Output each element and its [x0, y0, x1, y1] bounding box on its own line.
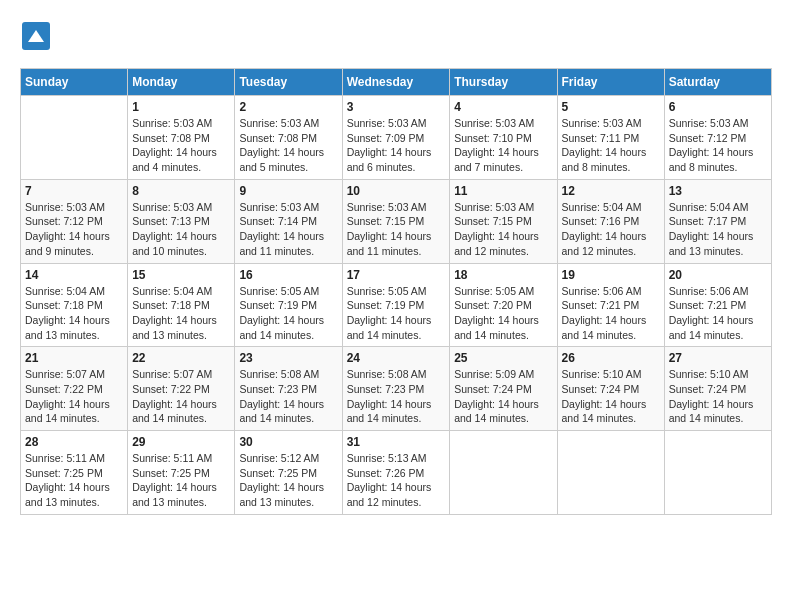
day-info: Sunrise: 5:03 AM Sunset: 7:12 PM Dayligh…	[669, 116, 767, 175]
day-number: 2	[239, 100, 337, 114]
calendar-cell	[21, 96, 128, 180]
calendar-cell: 5Sunrise: 5:03 AM Sunset: 7:11 PM Daylig…	[557, 96, 664, 180]
day-of-week-header: Sunday	[21, 69, 128, 96]
day-number: 9	[239, 184, 337, 198]
day-number: 17	[347, 268, 446, 282]
day-number: 11	[454, 184, 552, 198]
day-number: 26	[562, 351, 660, 365]
calendar-cell: 31Sunrise: 5:13 AM Sunset: 7:26 PM Dayli…	[342, 431, 450, 515]
calendar-cell: 6Sunrise: 5:03 AM Sunset: 7:12 PM Daylig…	[664, 96, 771, 180]
day-number: 16	[239, 268, 337, 282]
calendar-cell: 1Sunrise: 5:03 AM Sunset: 7:08 PM Daylig…	[128, 96, 235, 180]
calendar-cell: 9Sunrise: 5:03 AM Sunset: 7:14 PM Daylig…	[235, 179, 342, 263]
calendar-cell: 20Sunrise: 5:06 AM Sunset: 7:21 PM Dayli…	[664, 263, 771, 347]
day-info: Sunrise: 5:05 AM Sunset: 7:20 PM Dayligh…	[454, 284, 552, 343]
calendar-header-row: SundayMondayTuesdayWednesdayThursdayFrid…	[21, 69, 772, 96]
day-number: 27	[669, 351, 767, 365]
day-number: 23	[239, 351, 337, 365]
day-number: 31	[347, 435, 446, 449]
day-info: Sunrise: 5:07 AM Sunset: 7:22 PM Dayligh…	[132, 367, 230, 426]
calendar-cell: 30Sunrise: 5:12 AM Sunset: 7:25 PM Dayli…	[235, 431, 342, 515]
day-number: 22	[132, 351, 230, 365]
day-of-week-header: Saturday	[664, 69, 771, 96]
day-of-week-header: Thursday	[450, 69, 557, 96]
day-number: 4	[454, 100, 552, 114]
day-number: 19	[562, 268, 660, 282]
day-number: 5	[562, 100, 660, 114]
day-info: Sunrise: 5:03 AM Sunset: 7:10 PM Dayligh…	[454, 116, 552, 175]
day-info: Sunrise: 5:03 AM Sunset: 7:08 PM Dayligh…	[132, 116, 230, 175]
day-number: 20	[669, 268, 767, 282]
calendar-cell: 29Sunrise: 5:11 AM Sunset: 7:25 PM Dayli…	[128, 431, 235, 515]
calendar-cell: 12Sunrise: 5:04 AM Sunset: 7:16 PM Dayli…	[557, 179, 664, 263]
calendar-cell: 11Sunrise: 5:03 AM Sunset: 7:15 PM Dayli…	[450, 179, 557, 263]
day-info: Sunrise: 5:03 AM Sunset: 7:15 PM Dayligh…	[454, 200, 552, 259]
day-info: Sunrise: 5:11 AM Sunset: 7:25 PM Dayligh…	[132, 451, 230, 510]
calendar-cell: 24Sunrise: 5:08 AM Sunset: 7:23 PM Dayli…	[342, 347, 450, 431]
calendar-table: SundayMondayTuesdayWednesdayThursdayFrid…	[20, 68, 772, 515]
calendar-cell: 8Sunrise: 5:03 AM Sunset: 7:13 PM Daylig…	[128, 179, 235, 263]
day-info: Sunrise: 5:03 AM Sunset: 7:08 PM Dayligh…	[239, 116, 337, 175]
calendar-cell	[557, 431, 664, 515]
calendar-cell: 22Sunrise: 5:07 AM Sunset: 7:22 PM Dayli…	[128, 347, 235, 431]
day-info: Sunrise: 5:06 AM Sunset: 7:21 PM Dayligh…	[562, 284, 660, 343]
calendar-cell: 4Sunrise: 5:03 AM Sunset: 7:10 PM Daylig…	[450, 96, 557, 180]
calendar-week-row: 1Sunrise: 5:03 AM Sunset: 7:08 PM Daylig…	[21, 96, 772, 180]
day-info: Sunrise: 5:10 AM Sunset: 7:24 PM Dayligh…	[669, 367, 767, 426]
day-of-week-header: Monday	[128, 69, 235, 96]
day-info: Sunrise: 5:04 AM Sunset: 7:17 PM Dayligh…	[669, 200, 767, 259]
day-info: Sunrise: 5:05 AM Sunset: 7:19 PM Dayligh…	[347, 284, 446, 343]
calendar-cell: 25Sunrise: 5:09 AM Sunset: 7:24 PM Dayli…	[450, 347, 557, 431]
day-number: 6	[669, 100, 767, 114]
calendar-cell: 10Sunrise: 5:03 AM Sunset: 7:15 PM Dayli…	[342, 179, 450, 263]
day-of-week-header: Wednesday	[342, 69, 450, 96]
day-of-week-header: Friday	[557, 69, 664, 96]
day-number: 14	[25, 268, 123, 282]
calendar-week-row: 28Sunrise: 5:11 AM Sunset: 7:25 PM Dayli…	[21, 431, 772, 515]
day-info: Sunrise: 5:10 AM Sunset: 7:24 PM Dayligh…	[562, 367, 660, 426]
day-number: 25	[454, 351, 552, 365]
logo	[20, 20, 56, 52]
day-number: 24	[347, 351, 446, 365]
day-info: Sunrise: 5:05 AM Sunset: 7:19 PM Dayligh…	[239, 284, 337, 343]
day-number: 21	[25, 351, 123, 365]
day-info: Sunrise: 5:03 AM Sunset: 7:14 PM Dayligh…	[239, 200, 337, 259]
day-info: Sunrise: 5:03 AM Sunset: 7:09 PM Dayligh…	[347, 116, 446, 175]
calendar-cell: 14Sunrise: 5:04 AM Sunset: 7:18 PM Dayli…	[21, 263, 128, 347]
day-info: Sunrise: 5:03 AM Sunset: 7:15 PM Dayligh…	[347, 200, 446, 259]
calendar-cell: 18Sunrise: 5:05 AM Sunset: 7:20 PM Dayli…	[450, 263, 557, 347]
day-of-week-header: Tuesday	[235, 69, 342, 96]
calendar-cell: 23Sunrise: 5:08 AM Sunset: 7:23 PM Dayli…	[235, 347, 342, 431]
day-info: Sunrise: 5:08 AM Sunset: 7:23 PM Dayligh…	[239, 367, 337, 426]
calendar-week-row: 14Sunrise: 5:04 AM Sunset: 7:18 PM Dayli…	[21, 263, 772, 347]
calendar-cell: 28Sunrise: 5:11 AM Sunset: 7:25 PM Dayli…	[21, 431, 128, 515]
day-info: Sunrise: 5:13 AM Sunset: 7:26 PM Dayligh…	[347, 451, 446, 510]
day-info: Sunrise: 5:08 AM Sunset: 7:23 PM Dayligh…	[347, 367, 446, 426]
calendar-week-row: 21Sunrise: 5:07 AM Sunset: 7:22 PM Dayli…	[21, 347, 772, 431]
day-info: Sunrise: 5:07 AM Sunset: 7:22 PM Dayligh…	[25, 367, 123, 426]
calendar-cell: 26Sunrise: 5:10 AM Sunset: 7:24 PM Dayli…	[557, 347, 664, 431]
day-number: 7	[25, 184, 123, 198]
page-header	[20, 20, 772, 52]
day-info: Sunrise: 5:04 AM Sunset: 7:18 PM Dayligh…	[132, 284, 230, 343]
day-info: Sunrise: 5:11 AM Sunset: 7:25 PM Dayligh…	[25, 451, 123, 510]
calendar-cell: 17Sunrise: 5:05 AM Sunset: 7:19 PM Dayli…	[342, 263, 450, 347]
day-info: Sunrise: 5:09 AM Sunset: 7:24 PM Dayligh…	[454, 367, 552, 426]
calendar-cell	[450, 431, 557, 515]
calendar-cell: 2Sunrise: 5:03 AM Sunset: 7:08 PM Daylig…	[235, 96, 342, 180]
day-number: 12	[562, 184, 660, 198]
day-number: 10	[347, 184, 446, 198]
calendar-cell: 19Sunrise: 5:06 AM Sunset: 7:21 PM Dayli…	[557, 263, 664, 347]
day-number: 1	[132, 100, 230, 114]
calendar-cell: 13Sunrise: 5:04 AM Sunset: 7:17 PM Dayli…	[664, 179, 771, 263]
day-number: 3	[347, 100, 446, 114]
day-info: Sunrise: 5:06 AM Sunset: 7:21 PM Dayligh…	[669, 284, 767, 343]
calendar-cell: 27Sunrise: 5:10 AM Sunset: 7:24 PM Dayli…	[664, 347, 771, 431]
day-number: 18	[454, 268, 552, 282]
calendar-cell: 15Sunrise: 5:04 AM Sunset: 7:18 PM Dayli…	[128, 263, 235, 347]
calendar-cell: 21Sunrise: 5:07 AM Sunset: 7:22 PM Dayli…	[21, 347, 128, 431]
day-info: Sunrise: 5:03 AM Sunset: 7:11 PM Dayligh…	[562, 116, 660, 175]
day-number: 13	[669, 184, 767, 198]
day-info: Sunrise: 5:03 AM Sunset: 7:12 PM Dayligh…	[25, 200, 123, 259]
day-number: 15	[132, 268, 230, 282]
